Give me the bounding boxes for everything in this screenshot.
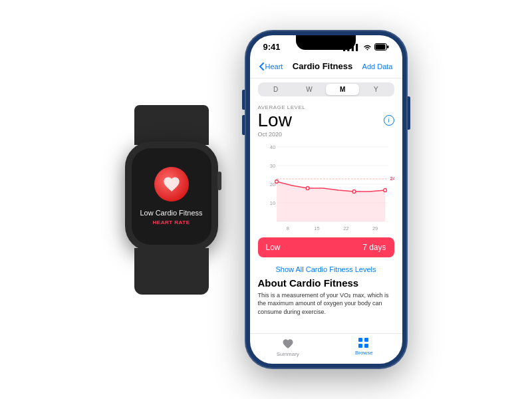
status-time: 9:41 [263, 42, 281, 52]
svg-point-0 [366, 49, 368, 50]
svg-text:22: 22 [343, 225, 348, 231]
battery-icon [374, 43, 389, 51]
svg-text:30: 30 [269, 163, 275, 169]
summary-heart-icon [281, 338, 295, 350]
tab-browse[interactable]: Browse [326, 338, 402, 357]
tab-m[interactable]: M [326, 84, 359, 95]
watch-container: Low Cardio Fitness HEART RATE [125, 102, 218, 298]
fitness-level: Low [258, 110, 292, 131]
content-area: AVERAGE LEVEL Low i Oct 2020 [250, 100, 402, 333]
about-title: About Cardio Fitness [258, 277, 394, 289]
iphone-outer: 9:41 ▌▌▌▌ [245, 30, 408, 369]
show-all-levels-link[interactable]: Show All Cardio Fitness Levels [258, 261, 394, 277]
fitness-chart: 40 30 20 10 24 [258, 140, 394, 233]
add-data-button[interactable]: Add Data [362, 63, 393, 70]
watch-wrapper: Low Cardio Fitness HEART RATE [125, 142, 218, 251]
level-row: Low i [258, 110, 394, 131]
browse-tab-label: Browse [355, 350, 373, 356]
nav-bar: Heart Cardio Fitness Add Data [250, 55, 402, 78]
svg-text:40: 40 [269, 144, 275, 150]
summary-tab-label: Summary [277, 351, 299, 357]
svg-text:24: 24 [390, 176, 394, 182]
tab-y[interactable]: Y [359, 84, 392, 95]
tab-w[interactable]: W [293, 84, 326, 95]
watch-band-top [134, 105, 209, 145]
date-label: Oct 2020 [258, 131, 394, 138]
browse-grid-icon [358, 338, 369, 348]
main-scene: Low Cardio Fitness HEART RATE 9:41 ▌▌▌▌ [0, 0, 532, 399]
watch-heart-icon [154, 167, 189, 201]
watch-heart-rate-label: HEART RATE [153, 219, 190, 225]
back-label: Heart [265, 63, 283, 70]
watch-screen: Low Cardio Fitness HEART RATE [132, 148, 211, 245]
about-section: About Cardio Fitness This is a measureme… [258, 277, 394, 317]
svg-text:29: 29 [372, 225, 377, 231]
svg-point-17 [352, 190, 356, 193]
fitness-level-label: Low [266, 243, 281, 252]
watch-band-bottom [134, 248, 209, 295]
fitness-days-label: 7 days [362, 243, 386, 252]
svg-rect-3 [387, 46, 389, 49]
svg-point-16 [306, 186, 309, 190]
wifi-icon [363, 44, 372, 51]
period-tabs: D W M Y [258, 82, 394, 96]
fitness-status-badge: Low 7 days [258, 237, 394, 257]
iphone-volume-down [242, 115, 245, 135]
about-text: This is a measurement of your VO₂ max, w… [258, 291, 394, 317]
nav-title: Cardio Fitness [293, 61, 352, 71]
tab-summary[interactable]: Summary [250, 338, 327, 357]
tab-bar: Summary Browse [250, 333, 402, 364]
svg-point-15 [275, 180, 278, 183]
chart-area: 40 30 20 10 24 [258, 140, 394, 233]
svg-point-18 [383, 188, 386, 192]
back-chevron-icon [259, 63, 264, 70]
info-icon[interactable]: i [384, 115, 394, 126]
iphone-notch [296, 35, 356, 50]
tab-d[interactable]: D [259, 84, 293, 95]
iphone-side-button [408, 96, 410, 130]
apple-watch: Low Cardio Fitness HEART RATE [125, 142, 218, 251]
heart-svg [162, 175, 181, 194]
svg-text:8: 8 [286, 225, 289, 231]
iphone-volume-up [242, 90, 245, 110]
svg-text:20: 20 [269, 182, 275, 188]
back-button[interactable]: Heart [259, 63, 283, 70]
svg-rect-2 [375, 45, 385, 50]
svg-text:15: 15 [314, 225, 319, 231]
iphone-screen: 9:41 ▌▌▌▌ [250, 35, 402, 364]
svg-text:10: 10 [269, 200, 275, 206]
watch-crown [217, 172, 221, 190]
watch-fitness-title: Low Cardio Fitness [140, 208, 202, 217]
